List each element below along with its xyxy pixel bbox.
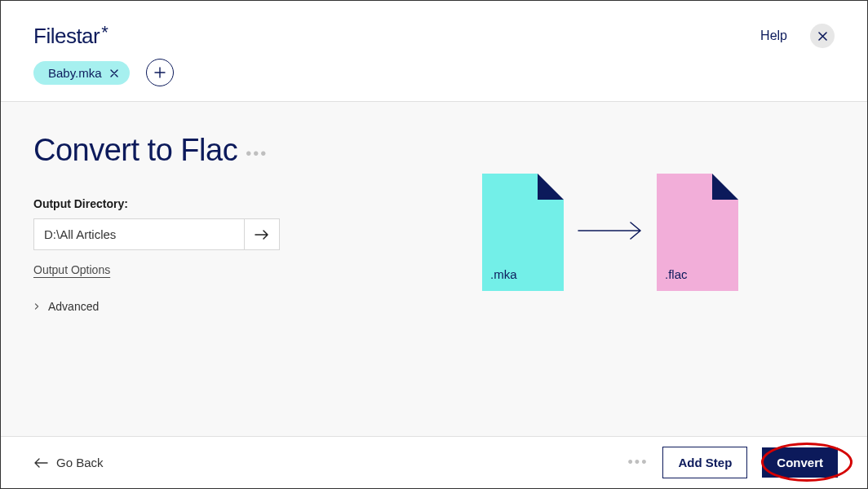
file-pill-label: Baby.mka: [48, 66, 102, 80]
convert-button[interactable]: Convert: [762, 447, 838, 478]
target-file-icon: .flac: [657, 174, 738, 291]
advanced-label: Advanced: [48, 300, 99, 313]
close-button[interactable]: [810, 24, 835, 48]
target-file-ext: .flac: [665, 267, 688, 281]
go-back-label: Go Back: [56, 456, 104, 469]
arrow-right-icon: [255, 229, 269, 240]
source-file-icon: .mka: [482, 174, 564, 291]
output-directory-browse-button[interactable]: [244, 218, 280, 250]
page-title: Convert to Flac: [33, 133, 237, 168]
file-pill[interactable]: Baby.mka: [33, 61, 130, 85]
source-file-ext: .mka: [490, 267, 517, 281]
output-directory-input[interactable]: D:\All Articles: [33, 218, 244, 250]
file-pill-row: Baby.mka: [1, 59, 867, 101]
header: Filestar* Help: [1, 1, 867, 59]
output-options-link[interactable]: Output Options: [33, 263, 110, 276]
file-fold-icon: [538, 174, 564, 200]
footer: Go Back ••• Add Step Convert: [1, 436, 867, 488]
help-link[interactable]: Help: [760, 29, 787, 43]
file-fold-icon: [712, 174, 738, 200]
footer-more-menu[interactable]: •••: [628, 454, 649, 471]
remove-file-icon[interactable]: [110, 66, 118, 80]
output-directory-row: D:\All Articles: [33, 218, 280, 250]
title-more-menu[interactable]: •••: [246, 138, 268, 163]
brand-star: *: [101, 22, 108, 43]
plus-icon: [154, 67, 166, 78]
conversion-arrow-icon: [577, 220, 644, 244]
brand-name: Filestar: [33, 24, 100, 49]
close-icon: [818, 32, 827, 41]
go-back-button[interactable]: Go Back: [33, 456, 104, 469]
add-step-button[interactable]: Add Step: [662, 447, 747, 478]
main-area: Convert to Flac ••• Output Directory: D:…: [1, 101, 867, 442]
arrow-left-icon: [33, 458, 48, 468]
conversion-illustration: .mka .flac: [482, 174, 738, 291]
add-file-button[interactable]: [146, 59, 174, 86]
chevron-right-icon: [33, 303, 40, 310]
advanced-toggle[interactable]: Advanced: [33, 300, 835, 313]
app-brand: Filestar*: [33, 24, 108, 49]
